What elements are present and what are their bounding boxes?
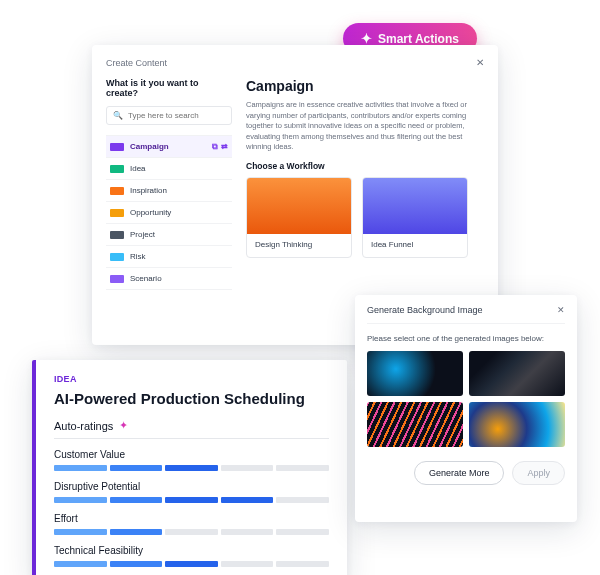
- metric-segment: [110, 465, 163, 471]
- search-input-wrapper[interactable]: 🔍: [106, 106, 232, 125]
- type-item-label: Inspiration: [130, 186, 167, 195]
- smart-actions-label: Smart Actions: [378, 32, 459, 46]
- workflow-thumbnail: [363, 178, 467, 234]
- metric-bar: [54, 529, 329, 535]
- metric-segment: [54, 561, 107, 567]
- workflow-name: Idea Funnel: [363, 234, 467, 257]
- type-item-label: Scenario: [130, 274, 162, 283]
- type-tag-icon: [110, 143, 124, 151]
- generate-image-panel: Generate Background Image ✕ Please selec…: [355, 295, 577, 522]
- content-type-item[interactable]: Opportunity: [106, 201, 232, 223]
- generate-panel-title: Generate Background Image: [367, 305, 483, 315]
- content-type-item[interactable]: Project: [106, 223, 232, 245]
- content-type-item[interactable]: Scenario: [106, 267, 232, 290]
- type-item-label: Campaign: [130, 142, 169, 151]
- metric-segment: [54, 465, 107, 471]
- metric-label: Technical Feasibility: [54, 545, 329, 556]
- metric-segment: [165, 465, 218, 471]
- metric-segment: [221, 497, 274, 503]
- selected-type-headline: Campaign: [246, 78, 484, 94]
- content-type-item[interactable]: Idea: [106, 157, 232, 179]
- content-type-item[interactable]: Inspiration: [106, 179, 232, 201]
- prompt-text: What is it you want to create?: [106, 78, 232, 98]
- metric-segment: [276, 561, 329, 567]
- workflow-card[interactable]: Idea Funnel: [362, 177, 468, 258]
- search-icon: 🔍: [113, 111, 123, 120]
- metric-bar: [54, 561, 329, 567]
- type-tag-icon: [110, 187, 124, 195]
- metric-row: Customer Value: [54, 449, 329, 471]
- metric-label: Effort: [54, 513, 329, 524]
- auto-ratings-label: Auto-ratings: [54, 420, 113, 432]
- workflow-name: Design Thinking: [247, 234, 351, 257]
- metric-segment: [221, 561, 274, 567]
- metric-segment: [54, 529, 107, 535]
- idea-card: IDEA AI-Powered Production Scheduling Au…: [32, 360, 347, 575]
- content-type-item[interactable]: Campaign⧉⇄: [106, 135, 232, 157]
- type-tag-icon: [110, 165, 124, 173]
- content-type-item[interactable]: Risk: [106, 245, 232, 267]
- metric-label: Customer Value: [54, 449, 329, 460]
- metric-row: Technical Feasibility: [54, 545, 329, 567]
- metric-segment: [110, 497, 163, 503]
- idea-title: AI-Powered Production Scheduling: [54, 390, 329, 407]
- sparkle-icon: ✦: [361, 31, 372, 46]
- type-tag-icon: [110, 209, 124, 217]
- metric-bar: [54, 465, 329, 471]
- metrics-list: Customer ValueDisruptive PotentialEffort…: [54, 449, 329, 567]
- metric-segment: [165, 529, 218, 535]
- generated-image-option[interactable]: [367, 351, 463, 396]
- close-icon[interactable]: ✕: [476, 57, 484, 68]
- generated-image-option[interactable]: [469, 402, 565, 447]
- copy-icon[interactable]: ⧉: [212, 142, 218, 152]
- generated-image-option[interactable]: [367, 402, 463, 447]
- selected-type-description: Campaigns are in essence creative activi…: [246, 100, 484, 153]
- generated-image-option[interactable]: [469, 351, 565, 396]
- type-item-label: Idea: [130, 164, 146, 173]
- type-item-label: Risk: [130, 252, 146, 261]
- metric-segment: [221, 465, 274, 471]
- type-tag-icon: [110, 231, 124, 239]
- metric-segment: [110, 561, 163, 567]
- sparkle-icon: ✦: [119, 419, 128, 432]
- apply-button[interactable]: Apply: [512, 461, 565, 485]
- metric-label: Disruptive Potential: [54, 481, 329, 492]
- workflow-row: Design ThinkingIdea Funnel: [246, 177, 484, 258]
- content-type-list: Campaign⧉⇄IdeaInspirationOpportunityProj…: [106, 135, 232, 290]
- idea-chip: IDEA: [54, 374, 329, 384]
- metric-segment: [110, 529, 163, 535]
- generate-hint-text: Please select one of the generated image…: [367, 334, 565, 343]
- type-item-actions: ⧉⇄: [212, 142, 228, 152]
- metric-row: Disruptive Potential: [54, 481, 329, 503]
- type-item-label: Project: [130, 230, 155, 239]
- workflow-thumbnail: [247, 178, 351, 234]
- search-input[interactable]: [128, 111, 218, 120]
- type-tag-icon: [110, 253, 124, 261]
- workflow-card[interactable]: Design Thinking: [246, 177, 352, 258]
- type-item-label: Opportunity: [130, 208, 171, 217]
- metric-segment: [276, 529, 329, 535]
- type-tag-icon: [110, 275, 124, 283]
- modal-title: Create Content: [106, 58, 167, 68]
- sync-icon[interactable]: ⇄: [221, 142, 228, 152]
- metric-segment: [276, 497, 329, 503]
- metric-segment: [54, 497, 107, 503]
- generated-image-grid: [367, 351, 565, 447]
- auto-ratings-header: Auto-ratings ✦: [54, 419, 329, 439]
- workflow-section-label: Choose a Workflow: [246, 161, 484, 171]
- metric-row: Effort: [54, 513, 329, 535]
- generate-more-button[interactable]: Generate More: [414, 461, 505, 485]
- metric-segment: [165, 497, 218, 503]
- metric-segment: [276, 465, 329, 471]
- metric-bar: [54, 497, 329, 503]
- close-icon[interactable]: ✕: [557, 305, 565, 315]
- metric-segment: [165, 561, 218, 567]
- metric-segment: [221, 529, 274, 535]
